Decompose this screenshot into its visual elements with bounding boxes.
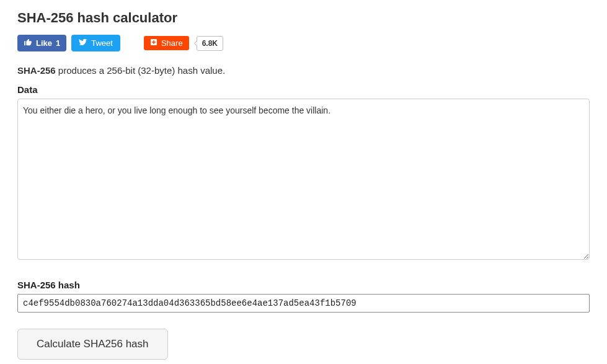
like-count: 1 (56, 38, 60, 48)
algorithm-description: SHA-256 produces a 256-bit (32-byte) has… (17, 65, 590, 76)
page-title: SHA-256 hash calculator (17, 10, 590, 26)
data-input[interactable] (17, 99, 590, 260)
facebook-like-button[interactable]: Like 1 (17, 35, 66, 51)
calculate-button[interactable]: Calculate SHA256 hash (17, 329, 168, 360)
hash-output[interactable] (17, 294, 590, 313)
data-label: Data (17, 84, 590, 95)
share-count: 6.8K (197, 36, 223, 51)
algorithm-name: SHA-256 (17, 65, 56, 76)
social-buttons: Like 1 Tweet Share 6.8K (17, 35, 590, 51)
twitter-tweet-button[interactable]: Tweet (71, 35, 120, 51)
hash-label: SHA-256 hash (17, 280, 590, 290)
thumbs-up-icon (24, 38, 32, 48)
twitter-icon (79, 38, 87, 48)
share-button[interactable]: Share (144, 36, 189, 50)
share-label: Share (161, 38, 183, 48)
like-label: Like (36, 38, 52, 48)
plus-icon (150, 38, 157, 48)
algorithm-description-text: produces a 256-bit (32-byte) hash value. (56, 65, 226, 76)
tweet-label: Tweet (91, 38, 113, 48)
